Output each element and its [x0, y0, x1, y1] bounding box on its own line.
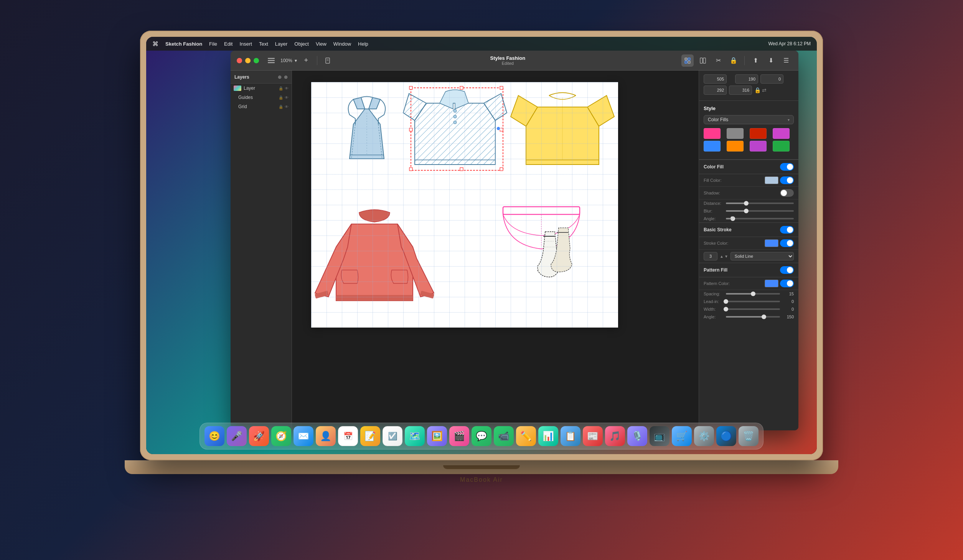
menu-help[interactable]: Help: [358, 41, 368, 47]
menu-view[interactable]: View: [316, 41, 326, 47]
zoom-control[interactable]: 100% ▾: [280, 58, 297, 63]
menu-layer[interactable]: Layer: [275, 41, 288, 47]
layer-lock-icon[interactable]: 🔒: [279, 86, 283, 91]
dock-podcasts[interactable]: 🎙️: [627, 426, 647, 446]
distance-track[interactable]: [726, 203, 794, 204]
stroke-up-icon[interactable]: ▲: [720, 254, 724, 259]
dock-music[interactable]: 🎵: [605, 426, 625, 446]
menu-app-name[interactable]: Sketch Fashion: [165, 41, 202, 47]
dock-safari[interactable]: 🧭: [271, 426, 291, 446]
shadow-toggle[interactable]: [780, 189, 794, 197]
swatch-pink[interactable]: [704, 128, 721, 139]
menu-insert[interactable]: Insert: [239, 41, 252, 47]
menu-object[interactable]: Object: [294, 41, 309, 47]
angle-track[interactable]: [726, 218, 794, 219]
menu-file[interactable]: File: [209, 41, 217, 47]
dock-keynote[interactable]: 📋: [561, 426, 580, 446]
swatch-red[interactable]: [750, 128, 767, 139]
dock-finder[interactable]: 😊: [204, 426, 224, 446]
close-button[interactable]: [237, 58, 242, 63]
pattern-fill-toggle[interactable]: [780, 266, 794, 274]
dock-numbers[interactable]: 📊: [538, 426, 558, 446]
stroke-down-icon[interactable]: ▼: [724, 254, 728, 259]
dock-sysprefs[interactable]: ⚙️: [694, 426, 714, 446]
dock-news[interactable]: 📰: [583, 426, 603, 446]
swatch-blue[interactable]: [704, 141, 721, 152]
page-icon[interactable]: [322, 54, 334, 67]
dock-sketch[interactable]: ✏️: [516, 426, 536, 446]
layer-eye-icon[interactable]: 👁: [285, 86, 289, 91]
canvas-area[interactable]: [292, 71, 699, 430]
transform-btn[interactable]: [697, 54, 709, 67]
basic-stroke-toggle[interactable]: [780, 226, 794, 234]
dock-notes[interactable]: 📝: [360, 426, 380, 446]
blur-thumb[interactable]: [744, 209, 749, 213]
color-fill-toggle[interactable]: [780, 163, 794, 171]
fullscreen-button[interactable]: [254, 58, 259, 63]
swatch-gray[interactable]: [727, 128, 744, 139]
layers-filter-icon[interactable]: ⊕: [278, 74, 282, 80]
spacing-thumb[interactable]: [751, 292, 755, 296]
menu-window[interactable]: Window: [333, 41, 351, 47]
minimize-button[interactable]: [245, 58, 251, 63]
export-btn[interactable]: ⬆: [749, 54, 762, 67]
dock-maps[interactable]: 🗺️: [405, 426, 425, 446]
dock-reminders[interactable]: ☑️: [383, 426, 402, 446]
size-lock-icon[interactable]: 🔒: [754, 87, 761, 93]
width-thumb[interactable]: [724, 307, 728, 311]
stroke-toggle[interactable]: [780, 239, 794, 247]
grid-eye-icon[interactable]: 👁: [285, 105, 289, 109]
grid-btn[interactable]: [681, 54, 694, 67]
layer-item-guides[interactable]: Guides 🔒 👁: [231, 93, 292, 102]
layer-item-layer[interactable]: Layer 🔒 👁: [231, 84, 292, 93]
add-btn[interactable]: +: [300, 54, 312, 67]
dock-facetime[interactable]: 📹: [494, 426, 514, 446]
w-input[interactable]: [735, 74, 758, 84]
menu-edit[interactable]: Edit: [224, 41, 233, 47]
rotation-input[interactable]: [760, 74, 783, 84]
dock-siri[interactable]: 🎤: [227, 426, 247, 446]
x-input[interactable]: [704, 74, 727, 84]
dock-messages[interactable]: 💬: [472, 426, 491, 446]
pattern-color-toggle[interactable]: [780, 280, 794, 287]
dock-calendar[interactable]: 📅: [338, 426, 358, 446]
layers-toggle-btn[interactable]: [265, 54, 277, 67]
guides-lock-icon[interactable]: 🔒: [279, 96, 283, 100]
distance-thumb[interactable]: [744, 201, 749, 206]
dock-trash[interactable]: 🗑️: [739, 426, 759, 446]
y-input[interactable]: [704, 86, 727, 95]
pattern-angle-thumb[interactable]: [762, 315, 766, 319]
style-preset-dropdown[interactable]: Color Fills ▾: [704, 115, 794, 124]
share-btn[interactable]: ⬇: [765, 54, 777, 67]
dock-contacts[interactable]: 👤: [316, 426, 336, 446]
layer-item-grid[interactable]: Grid 🔒 👁: [231, 102, 292, 111]
dock-clips[interactable]: 🎬: [449, 426, 469, 446]
stroke-type-select[interactable]: Solid Line Dashed Line Dotted Line: [730, 252, 794, 260]
apple-menu[interactable]: ⌘: [152, 40, 158, 48]
blur-track[interactable]: [726, 210, 794, 212]
fill-color-swatch[interactable]: [765, 176, 778, 184]
layers-options-icon[interactable]: ⊗: [284, 74, 288, 80]
stroke-width-input[interactable]: [704, 252, 717, 260]
lead-in-track[interactable]: [726, 301, 780, 302]
lock-btn[interactable]: 🔒: [727, 54, 740, 67]
scissors-btn[interactable]: ✂: [712, 54, 724, 67]
spacing-track[interactable]: [726, 293, 780, 295]
pattern-color-swatch[interactable]: [765, 280, 778, 287]
dock-mail[interactable]: ✉️: [294, 426, 313, 446]
lead-in-thumb[interactable]: [724, 299, 728, 304]
swatch-orange[interactable]: [727, 141, 744, 152]
dock-appstore[interactable]: 🛒: [672, 426, 692, 446]
width-track[interactable]: [726, 308, 780, 310]
grid-lock-icon[interactable]: 🔒: [279, 105, 283, 109]
h-input[interactable]: [729, 86, 752, 95]
guides-eye-icon[interactable]: 👁: [285, 96, 289, 100]
pattern-angle-track[interactable]: [726, 316, 780, 318]
dock-launchpad[interactable]: 🚀: [249, 426, 269, 446]
dock-unknown[interactable]: 🔵: [716, 426, 736, 446]
angle-thumb[interactable]: [730, 216, 735, 221]
inspector-btn[interactable]: ☰: [780, 54, 792, 67]
swatch-violet[interactable]: [750, 141, 767, 152]
dock-tv[interactable]: 📺: [650, 426, 669, 446]
dock-photos[interactable]: 🖼️: [427, 426, 447, 446]
